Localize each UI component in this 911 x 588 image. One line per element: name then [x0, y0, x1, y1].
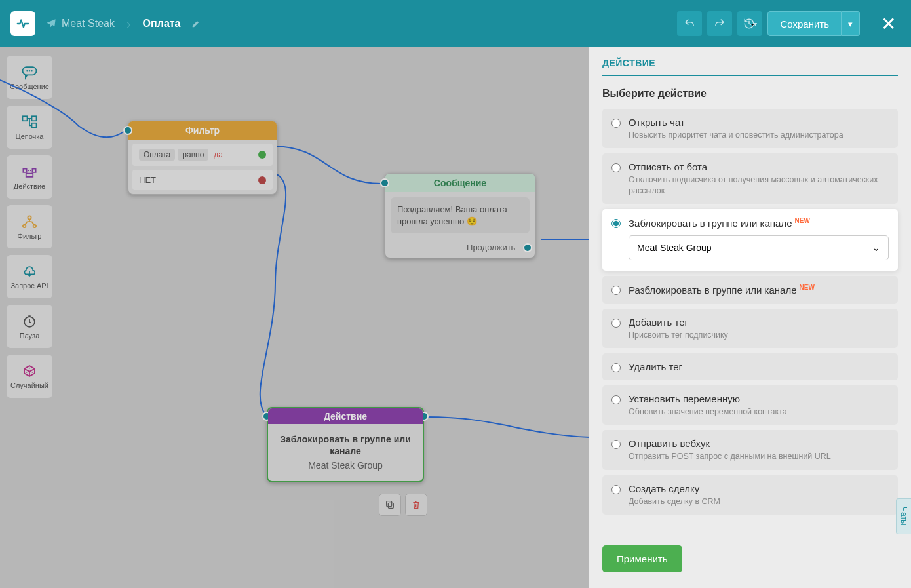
option-label: Разблокировать в группе или каналеNEW	[629, 284, 889, 296]
filter-op-tag: равно	[178, 149, 208, 161]
svg-point-2	[29, 70, 31, 72]
palette-api[interactable]: Запрос API	[7, 255, 52, 298]
save-button[interactable]: Сохранить	[767, 11, 842, 36]
action-option[interactable]: Заблокировать в группе или каналеNEWMeat…	[602, 209, 898, 271]
palette-label: Цепочка	[16, 132, 44, 140]
svg-point-1	[26, 70, 28, 72]
delete-button[interactable]	[405, 494, 427, 516]
message-body: Поздравляем! Ваша оплата прошла успешно …	[391, 197, 530, 233]
svg-point-16	[26, 372, 28, 373]
svg-rect-6	[32, 123, 37, 128]
action-option[interactable]: Удалить тег	[602, 353, 898, 380]
node-filter[interactable]: Фильтр Оплата равно да НЕТ	[128, 121, 277, 195]
action-option[interactable]: Добавить тегПрисвоить тег подписчику	[602, 309, 898, 348]
redo-button[interactable]	[707, 11, 732, 36]
app-header: Meat Steak › Оплата ▾ Сохранить ▾ ✕	[0, 0, 911, 47]
new-badge: NEW	[795, 217, 810, 224]
edit-icon[interactable]	[191, 19, 201, 28]
option-label: Отправить вебхук	[629, 438, 889, 449]
option-description: Отправить POST запрос с данными на внешн…	[629, 451, 889, 461]
svg-rect-11	[26, 174, 33, 177]
group-select[interactable]: Meat Steak Group⌄	[629, 235, 889, 260]
palette-chain[interactable]: Цепочка	[7, 106, 52, 149]
action-option[interactable]: Создать сделкуДобавить сделку в CRM	[602, 475, 898, 515]
new-badge: NEW	[800, 284, 815, 291]
filter-value: да	[214, 150, 223, 159]
port-out[interactable]	[523, 243, 532, 252]
palette-filter[interactable]: Фильтр	[7, 205, 52, 248]
apply-button[interactable]: Применить	[602, 545, 682, 572]
palette-message[interactable]: Сообщение	[7, 56, 52, 99]
palette-label: Случайный	[10, 382, 48, 389]
port-out-true[interactable]	[258, 151, 266, 159]
node-toolbar	[379, 494, 427, 516]
copy-button[interactable]	[379, 494, 401, 516]
option-label: Открыть чат	[629, 117, 889, 128]
action-option[interactable]: Отписать от ботаОтключить подписчика от …	[602, 153, 898, 204]
action-option[interactable]: Открыть чатПовысить приоритет чата и опо…	[602, 109, 898, 148]
palette-label: Фильтр	[18, 232, 42, 240]
action-group: Meat Steak Group	[275, 460, 416, 471]
option-radio[interactable]	[611, 319, 621, 328]
option-description: Повысить приоритет чата и оповестить адм…	[629, 130, 889, 140]
port-in[interactable]	[123, 126, 132, 135]
action-option[interactable]: Отправить вебхукОтправить POST запрос с …	[602, 430, 898, 469]
filter-no-label: НЕТ	[139, 175, 156, 185]
node-action[interactable]: Действие Заблокировать в группе или кана…	[267, 407, 424, 482]
filter-else-row[interactable]: НЕТ	[132, 170, 273, 190]
option-radio[interactable]	[611, 119, 621, 128]
close-button[interactable]: ✕	[876, 11, 901, 36]
option-radio[interactable]	[611, 363, 621, 372]
filter-field-tag: Оплата	[139, 149, 175, 161]
action-title: Заблокировать в группе или канале	[275, 433, 416, 457]
telegram-icon	[46, 18, 56, 29]
action-panel: ДЕЙСТВИЕ Выберите действие Открыть чатПо…	[589, 47, 911, 588]
filter-condition-row[interactable]: Оплата равно да	[132, 144, 273, 166]
option-description: Обновить значение переменной контакта	[629, 406, 889, 417]
svg-point-13	[23, 225, 26, 227]
palette-label: Пауза	[20, 332, 40, 340]
option-radio[interactable]	[611, 485, 621, 494]
port-out-false[interactable]	[258, 176, 266, 184]
node-header: Фильтр	[128, 121, 277, 140]
svg-point-14	[33, 225, 36, 227]
header-actions: ▾ Сохранить ▾ ✕	[677, 11, 901, 36]
option-label: Добавить тег	[629, 317, 889, 328]
save-dropdown-button[interactable]: ▾	[842, 11, 860, 36]
svg-rect-4	[23, 116, 28, 121]
option-radio[interactable]	[611, 440, 621, 449]
svg-point-12	[28, 216, 31, 219]
message-continue: Продолжить	[385, 239, 535, 258]
node-message[interactable]: Сообщение Поздравляем! Ваша оплата прошл…	[385, 173, 535, 258]
action-option[interactable]: Установить переменнуюОбновить значение п…	[602, 385, 898, 425]
option-label: Отписать от бота	[629, 161, 889, 172]
svg-point-17	[32, 372, 33, 373]
svg-point-18	[29, 368, 30, 369]
bot-name-link[interactable]: Meat Steak	[46, 18, 115, 29]
palette-pause[interactable]: Пауза	[7, 305, 52, 348]
option-radio[interactable]	[611, 395, 621, 404]
chats-tab[interactable]: Чаты	[896, 498, 911, 534]
palette-action[interactable]: Действие	[7, 155, 52, 199]
action-option[interactable]: Разблокировать в группе или каналеNEW	[602, 276, 898, 304]
port-in[interactable]	[380, 178, 389, 187]
option-radio[interactable]	[611, 219, 621, 228]
svg-rect-7	[23, 169, 26, 172]
panel-subheading: Выберите действие	[602, 88, 898, 100]
flow-name: Оплата	[143, 18, 181, 29]
svg-rect-5	[32, 116, 37, 121]
app-logo[interactable]	[10, 11, 35, 36]
option-label: Удалить тег	[629, 361, 889, 372]
svg-point-10	[30, 170, 31, 171]
option-description: Добавить сделку в CRM	[629, 496, 889, 507]
option-radio[interactable]	[611, 163, 621, 172]
undo-button[interactable]	[677, 11, 702, 36]
palette-random[interactable]: Случайный	[7, 355, 52, 398]
node-header: Действие	[268, 408, 423, 424]
svg-rect-19	[388, 503, 393, 508]
history-button[interactable]: ▾	[737, 11, 762, 36]
breadcrumb: Meat Steak › Оплата	[46, 16, 201, 31]
option-radio[interactable]	[611, 286, 621, 295]
node-palette: Сообщение Цепочка Действие Фильтр Запрос…	[7, 56, 52, 398]
palette-label: Запрос API	[10, 282, 48, 290]
